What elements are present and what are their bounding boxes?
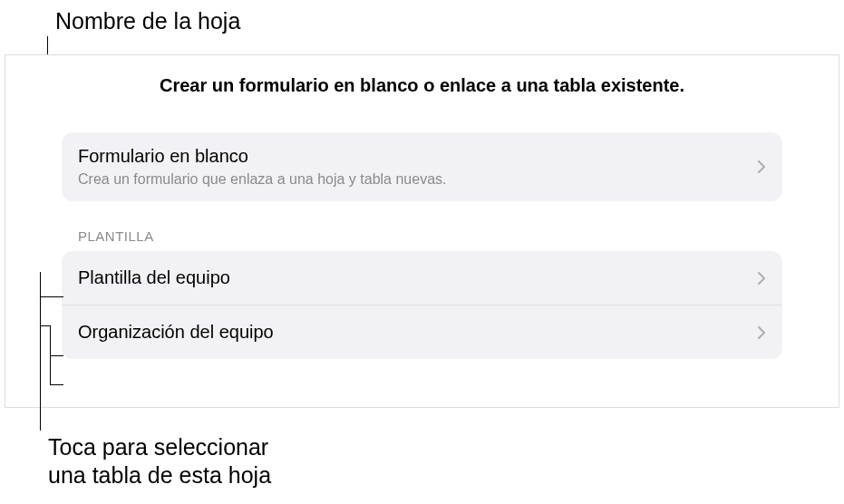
template-list: Plantilla del equipo Organización del eq…: [62, 251, 782, 359]
callout-line: [50, 384, 63, 385]
form-create-panel: Crear un formulario en blanco o enlace a…: [5, 54, 839, 408]
template-label: Plantilla del equipo: [78, 267, 230, 288]
callout-line: [50, 355, 63, 356]
callout-sheet-name: Nombre de la hoja: [55, 7, 240, 35]
section-header-template: PLANTILLA: [78, 228, 782, 244]
chevron-right-icon: [757, 271, 766, 286]
blank-form-title: Formulario en blanco: [78, 146, 446, 167]
callout-line: [40, 325, 50, 326]
blank-form-content: Formulario en blanco Crea un formulario …: [78, 146, 446, 188]
callout-tap-to-select: Toca para seleccionar una tabla de esta …: [48, 433, 271, 490]
blank-form-group: Formulario en blanco Crea un formulario …: [62, 132, 782, 201]
chevron-right-icon: [757, 325, 766, 340]
panel-title: Crear un formulario en blanco o enlace a…: [5, 75, 839, 96]
template-row-team-organization[interactable]: Organización del equipo: [62, 305, 782, 359]
blank-form-row[interactable]: Formulario en blanco Crea un formulario …: [62, 132, 782, 201]
chevron-right-icon: [757, 160, 766, 174]
blank-form-subtitle: Crea un formulario que enlaza a una hoja…: [78, 171, 446, 188]
callout-line: [40, 296, 63, 297]
template-row-team-roster[interactable]: Plantilla del equipo: [62, 251, 782, 305]
template-label: Organización del equipo: [78, 322, 274, 343]
